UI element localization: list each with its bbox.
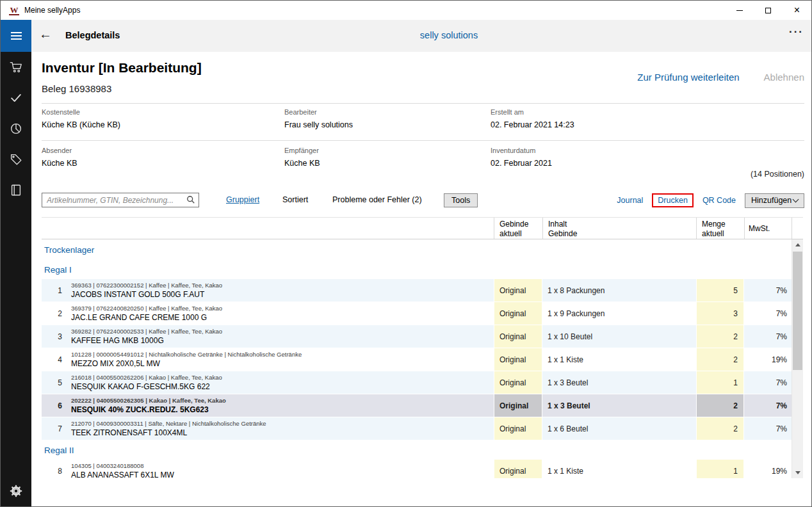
meta-value: 02. Februar 2021 bbox=[491, 159, 552, 168]
meta-label: Empfänger bbox=[284, 147, 319, 154]
table-row[interactable]: 5216018 | 04005500262206 | Kakao | Kaffe… bbox=[42, 371, 792, 394]
article-meta: 212070 | 04009300003311 | Säfte, Nektare… bbox=[71, 420, 266, 428]
hamburger-menu-icon[interactable] bbox=[1, 20, 31, 52]
inhalt-cell[interactable]: 1 x 6 Beutel bbox=[542, 417, 696, 440]
gebinde-cell[interactable]: Original bbox=[494, 417, 542, 440]
article-meta: 101228 | 00000054491012 | Nichtalkoholis… bbox=[71, 351, 302, 358]
qr-code-link[interactable]: QR Code bbox=[702, 196, 736, 205]
scroll-thumb[interactable] bbox=[793, 252, 802, 370]
article-name: MEZZO MIX 20X0,5L MW bbox=[71, 359, 160, 369]
gebinde-cell[interactable]: Original bbox=[494, 394, 542, 417]
group-row[interactable]: Regal II bbox=[42, 440, 792, 460]
article-name: NESQUIK KAKAO F-GESCHM.5KG 622 bbox=[71, 382, 210, 392]
menge-cell[interactable]: 5 bbox=[696, 279, 744, 302]
scroll-down-arrow[interactable] bbox=[792, 467, 803, 478]
hinzufuegen-button[interactable]: Hinzufügen bbox=[745, 193, 804, 208]
forward-for-review-link[interactable]: Zur Prüfung weiterleiten bbox=[637, 72, 739, 83]
menge-cell[interactable]: 3 bbox=[696, 302, 744, 325]
command-bar: ← Belegdetails selly solutions ··· bbox=[1, 20, 811, 52]
settings-gear-icon[interactable] bbox=[1, 476, 31, 506]
triangle-down-icon bbox=[795, 471, 800, 474]
drucken-highlight-box: Drucken bbox=[652, 193, 694, 207]
reject-link[interactable]: Ablehnen bbox=[764, 72, 804, 83]
article-name: JACOBS INSTANT GOLD 500G F.AUT bbox=[71, 290, 204, 300]
gebinde-cell[interactable]: Original bbox=[494, 371, 542, 394]
inhalt-cell[interactable]: 1 x 9 Packungen bbox=[542, 302, 696, 325]
inhalt-cell[interactable]: 1 x 3 Beutel bbox=[542, 371, 696, 394]
header-spacer bbox=[792, 218, 803, 239]
positions-count: (14 Positionen) bbox=[751, 170, 804, 179]
table-row[interactable]: 3369282 | 07622400002533 | Kaffee | Kaff… bbox=[42, 325, 792, 348]
meta-value: 02. Februar 2021 14:23 bbox=[491, 120, 574, 129]
more-options-icon[interactable]: ··· bbox=[789, 26, 804, 38]
article-cell: 216018 | 04005500262206 | Kakao | Kaffee… bbox=[69, 371, 494, 394]
gebinde-cell[interactable]: Original bbox=[494, 348, 542, 371]
gebinde-cell[interactable]: Original bbox=[494, 302, 542, 325]
article-cell: 369282 | 07622400002533 | Kaffee | Kaffe… bbox=[69, 325, 494, 348]
menge-cell[interactable]: 2 bbox=[696, 394, 744, 417]
table-row[interactable]: 1369363 | 07622300002152 | Kaffee | Kaff… bbox=[42, 279, 792, 302]
menge-cell[interactable]: 1 bbox=[696, 371, 744, 394]
inhalt-cell[interactable]: 1 x 1 Kiste bbox=[542, 460, 696, 478]
group-label: Trockenlager bbox=[44, 245, 94, 255]
row-number: 1 bbox=[42, 279, 69, 302]
menge-cell[interactable]: 2 bbox=[696, 348, 744, 371]
price-tag-icon[interactable] bbox=[1, 144, 31, 175]
article-cell: 101228 | 00000054491012 | Nichtalkoholis… bbox=[69, 348, 494, 371]
table-row[interactable]: 6202222 | 04005500262305 | Kakao | Kaffe… bbox=[42, 394, 792, 417]
scroll-up-arrow[interactable] bbox=[792, 239, 803, 250]
maximize-button[interactable] bbox=[754, 1, 783, 20]
meta-value: Frau selly solutions bbox=[284, 120, 353, 129]
maximize-icon bbox=[765, 8, 771, 13]
menge-cell[interactable]: 1 bbox=[696, 460, 744, 478]
positions-table: Gebindeaktuell InhaltGebinde Mengeaktuel… bbox=[42, 217, 803, 478]
article-name: JAC.LE GRAND CAFE CREME 1000 G bbox=[71, 313, 207, 323]
gebinde-cell[interactable]: Original bbox=[494, 460, 542, 478]
sortiert-link[interactable]: Sortiert bbox=[282, 195, 308, 204]
gebinde-cell[interactable]: Original bbox=[494, 325, 542, 348]
mwst-cell: 19% bbox=[744, 348, 792, 371]
inhalt-cell[interactable]: 1 x 8 Packungen bbox=[542, 279, 696, 302]
minimize-button[interactable] bbox=[725, 1, 754, 20]
article-cell: 369379 | 07622400820250 | Kaffee | Kaffe… bbox=[69, 302, 494, 325]
group-row[interactable]: Regal I bbox=[42, 260, 792, 279]
probleme-fehler-link[interactable]: Probleme oder Fehler (2) bbox=[332, 195, 422, 204]
pie-chart-icon[interactable] bbox=[1, 113, 31, 144]
inhalt-cell[interactable]: 1 x 3 Beutel bbox=[542, 394, 696, 417]
inhalt-cell[interactable]: 1 x 10 Beutel bbox=[542, 325, 696, 348]
search-icon[interactable] bbox=[186, 195, 195, 204]
back-button[interactable]: ← bbox=[39, 27, 52, 42]
gebinde-cell[interactable]: Original bbox=[494, 279, 542, 302]
drucken-link[interactable]: Drucken bbox=[658, 196, 688, 205]
catalog-book-icon[interactable] bbox=[1, 175, 31, 205]
menge-cell[interactable]: 2 bbox=[696, 417, 744, 440]
header-gebinde-aktuell: Gebindeaktuell bbox=[494, 218, 542, 239]
inhalt-cell[interactable]: 1 x 1 Kiste bbox=[542, 348, 696, 371]
check-icon[interactable] bbox=[1, 83, 31, 113]
meta-label: Absender bbox=[42, 147, 72, 154]
table-row[interactable]: 4101228 | 00000054491012 | Nichtalkoholi… bbox=[42, 348, 792, 371]
gruppiert-link[interactable]: Gruppiert bbox=[226, 195, 259, 204]
search-input[interactable] bbox=[42, 193, 199, 207]
journal-link[interactable]: Journal bbox=[617, 196, 643, 205]
table-row[interactable]: 2369379 | 07622400820250 | Kaffee | Kaff… bbox=[42, 302, 792, 325]
mwst-cell: 7% bbox=[744, 302, 792, 325]
menge-cell[interactable]: 2 bbox=[696, 325, 744, 348]
row-number: 6 bbox=[42, 394, 69, 417]
group-row[interactable]: Trockenlager bbox=[42, 239, 792, 260]
toolbar-right: Journal Drucken QR Code Hinzufügen bbox=[617, 193, 804, 208]
vertical-scrollbar[interactable] bbox=[792, 239, 803, 478]
cart-icon[interactable] bbox=[1, 52, 31, 83]
mwst-cell: 7% bbox=[744, 279, 792, 302]
header-number bbox=[42, 218, 69, 239]
table-row[interactable]: 7212070 | 04009300003311 | Säfte, Nektar… bbox=[42, 417, 792, 440]
close-button[interactable]: × bbox=[783, 1, 811, 20]
row-number: 5 bbox=[42, 371, 69, 394]
tools-button[interactable]: Tools bbox=[444, 193, 478, 207]
article-name: ALB ANANASSAFT 6X1L MW bbox=[71, 471, 174, 479]
table-body: TrockenlagerRegal I1369363 | 07622300002… bbox=[42, 239, 792, 478]
table-row[interactable]: 8104305 | 04003240188008ALB ANANASSAFT 6… bbox=[42, 460, 792, 478]
mwst-cell: 19% bbox=[744, 460, 792, 478]
article-meta: 369379 | 07622400820250 | Kaffee | Kaffe… bbox=[71, 305, 222, 312]
document-title: Inventur [In Bearbeitung] bbox=[42, 60, 202, 76]
